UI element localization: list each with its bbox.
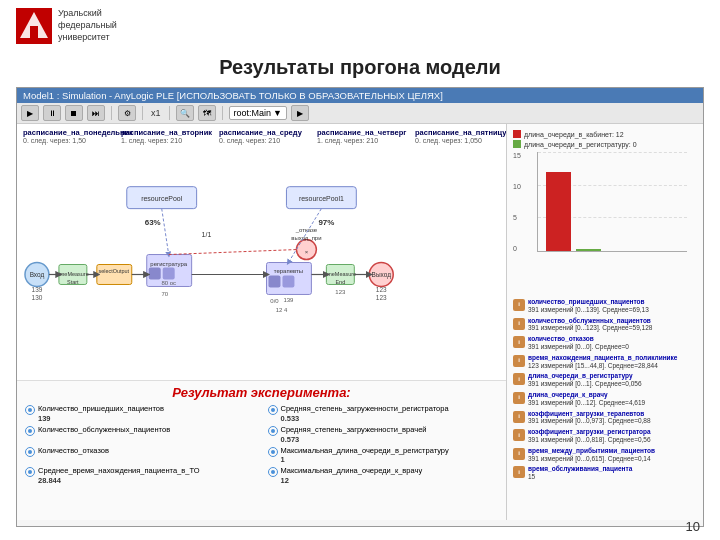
stat-entry-2: i количество_отказов 391 измерений [0...… [513,335,697,351]
stat-entry-3: i время_нахождения_пациента_в_поликлиник… [513,354,697,370]
map-button[interactable]: 🗺 [198,105,216,121]
result-item-2: Средняя_степень_загруженности_регистрато… [268,404,499,423]
result-icon-8 [268,467,278,477]
result-icon-2 [268,405,278,415]
right-panel: длина_очереди_в_кабинет: 12 длина_очеред… [507,124,703,520]
result-label-3: Количество_обслуженных_пациентов [38,425,170,435]
result-item-6: Максимальная_длина_очереди_в_регистратур… [268,446,499,465]
svg-text:End: End [335,279,345,285]
chevron-down-icon: ▼ [273,108,282,118]
bar-chart [537,152,687,252]
stat-entry-8: i время_между_прибытиями_пациентов 391 и… [513,447,697,463]
svg-rect-3 [17,185,506,360]
bar-chart-container: 15 10 5 0 [513,152,697,252]
sim-titlebar: Model1 : Simulation - AnyLogic PLE [ИСПО… [17,88,703,103]
svg-text:регистратура: регистратура [150,261,187,267]
stat-text-2: количество_отказов 391 измерений [0...0]… [528,335,697,351]
sim-toolbar: ▶ ⏸ ⏹ ⏭ ⚙ x1 🔍 🗺 root:Main ▼ ▶ [17,103,703,124]
stat-text-7: коэффициент_загрузки_регистратора 391 из… [528,428,697,444]
stat-entry-6: i коэффициент_загрузки_терапевтов 391 из… [513,410,697,426]
results-grid: Количество_пришедших_пациентов 139 Средн… [25,404,498,485]
svg-text:×: × [305,249,309,255]
svg-text:выход_при: выход_при [291,235,321,241]
university-name: Уральский федеральный университет [58,8,117,43]
legend-text-2: длина_очереди_в_регистратуру: 0 [524,141,637,148]
toolbar-separator-2 [142,106,143,120]
flow-svg: resourcePool resourcePool1 63% 97% 1/1 В… [17,164,506,380]
svg-text:80 ос: 80 ос [161,280,176,286]
root-label: root:Main [234,108,272,118]
result-value-7: 28.844 [38,476,200,485]
page-title: Результаты прогона модели [0,56,720,79]
result-value-4: 0.573 [281,435,427,444]
zoom-button[interactable]: 🔍 [176,105,194,121]
legend-item-1: длина_очереди_в_кабинет: 12 [513,130,697,138]
svg-rect-2 [30,26,38,38]
result-item-1: Количество_пришедших_пациентов 139 [25,404,256,423]
step-button[interactable]: ⏭ [87,105,105,121]
chart-legend: длина_очереди_в_кабинет: 12 длина_очеред… [513,130,697,148]
result-icon-5 [25,447,35,457]
result-label-5: Количество_отказов [38,446,109,456]
schedule-tuesday: расписание_на_вторник 1. след. через: 21… [121,128,211,144]
svg-text:терапевты: терапевты [274,268,303,274]
y-axis-labels: 15 10 5 0 [513,152,521,252]
root-selector[interactable]: root:Main ▼ [229,106,287,120]
stat-entry-1: i количество_обслуженных_пациентов 391 и… [513,317,697,333]
result-value-2: 0.533 [281,414,449,423]
toolbar-separator-1 [111,106,112,120]
logo-block: Уральский федеральный университет [16,8,117,44]
result-item-4: Средняя_степень_загруженности_врачей 0.5… [268,425,499,444]
stat-entry-0: i количество_пришедших_пациентов 391 изм… [513,298,697,314]
svg-text:Вход: Вход [30,271,45,279]
play-button[interactable]: ▶ [21,105,39,121]
result-label-6: Максимальная_длина_очереди_в_регистратур… [281,446,449,456]
stat-entry-9: i время_обслуживания_пациента 15 [513,465,697,481]
svg-text:Выход: Выход [372,271,392,279]
y-label-5: 5 [513,214,521,221]
svg-text:123: 123 [376,286,387,293]
speed-label: x1 [151,108,161,118]
result-item-5: Количество_отказов [25,446,256,465]
schedule-thursday: расписание_на_четверг 1. след. через: 21… [317,128,407,144]
stat-icon-5: i [513,392,525,404]
stat-text-8: время_между_прибытиями_пациентов 391 изм… [528,447,697,463]
stat-text-6: коэффициент_загрузки_терапевтов 391 изме… [528,410,697,426]
stop-button[interactable]: ⏹ [65,105,83,121]
svg-text:timeMeasure: timeMeasure [57,271,89,277]
legend-item-2: длина_очереди_в_регистратуру: 0 [513,140,697,148]
stat-text-5: длина_очереди_к_врачу 391 измерений [0..… [528,391,697,407]
result-icon-1 [25,405,35,415]
svg-rect-32 [268,275,280,287]
settings-button[interactable]: ⚙ [118,105,136,121]
schedule-labels: расписание_на_понедельник 0. след. через… [17,124,506,146]
result-value-1: 139 [38,414,164,423]
stats-list: i количество_пришедших_пациентов 391 изм… [507,294,703,520]
university-logo-icon [16,8,52,44]
stat-icon-2: i [513,336,525,348]
stat-entry-5: i длина_очереди_к_врачу 391 измерений [0… [513,391,697,407]
stat-icon-4: i [513,373,525,385]
result-item-7: Среднее_время_нахождения_пациента_в_ТО 2… [25,466,256,485]
run-button[interactable]: ▶ [291,105,309,121]
schedule-wednesday: расписание_на_среду 0. след. через: 210 [219,128,309,144]
toolbar-separator-4 [222,106,223,120]
result-label-4: Средняя_степень_загруженности_врачей [281,425,427,435]
stat-text-4: длина_очереди_в_регистратуру 391 измерен… [528,372,697,388]
legend-dot-1 [513,130,521,138]
svg-rect-22 [149,268,161,280]
pause-button[interactable]: ⏸ [43,105,61,121]
svg-text:1/1: 1/1 [202,231,212,238]
stat-icon-3: i [513,355,525,367]
legend-text-1: длина_очереди_в_кабинет: 12 [524,131,624,138]
stat-icon-8: i [513,448,525,460]
svg-text:130: 130 [32,294,43,301]
bar-red [546,172,571,251]
svg-text:_отказе: _отказе [295,227,318,233]
svg-rect-33 [282,275,294,287]
result-icon-7 [25,467,35,477]
schedule-monday: расписание_на_понедельник 0. след. через… [23,128,113,144]
bar-green [576,249,601,251]
diagram-area: расписание_на_понедельник 0. след. через… [17,124,507,520]
chart-area: длина_очереди_в_кабинет: 12 длина_очеред… [507,124,703,294]
